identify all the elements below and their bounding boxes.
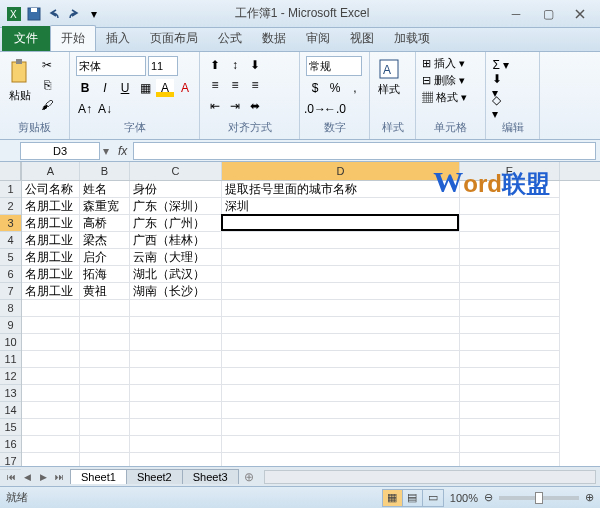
view-layout-icon[interactable]: ▤ [403,490,423,506]
cell[interactable]: 名朋工业 [22,249,80,266]
tab-formula[interactable]: 公式 [208,26,252,51]
cell[interactable] [460,436,560,453]
cell[interactable]: 名朋工业 [22,215,80,232]
cell[interactable] [80,368,130,385]
cell[interactable] [460,283,560,300]
row-header[interactable]: 2 [0,198,21,215]
view-pagebreak-icon[interactable]: ▭ [423,490,443,506]
cell[interactable] [222,436,460,453]
cut-icon[interactable]: ✂ [38,56,56,74]
cell[interactable] [80,385,130,402]
view-normal-icon[interactable]: ▦ [383,490,403,506]
cell[interactable] [80,419,130,436]
column-header[interactable]: E [460,162,560,180]
qat-dropdown-icon[interactable]: ▾ [86,6,102,22]
maximize-button[interactable]: ▢ [536,6,560,22]
font-name-select[interactable] [76,56,146,76]
clear-icon[interactable]: ◇ ▾ [492,98,510,116]
cell[interactable]: 提取括号里面的城市名称 [222,181,460,198]
save-icon[interactable] [26,6,42,22]
row-header[interactable]: 1 [0,181,21,198]
cell[interactable]: 高桥 [80,215,130,232]
tab-insert[interactable]: 插入 [96,26,140,51]
file-tab[interactable]: 文件 [2,26,50,51]
cell[interactable]: 湖北（武汉） [130,266,222,283]
sheet-nav-next-icon[interactable]: ▶ [36,470,50,484]
tab-review[interactable]: 审阅 [296,26,340,51]
cell[interactable]: 公司名称 [22,181,80,198]
cell[interactable] [222,385,460,402]
cell[interactable] [460,249,560,266]
undo-icon[interactable] [46,6,62,22]
cell[interactable]: 身份 [130,181,222,198]
new-sheet-icon[interactable]: ⊕ [238,470,260,484]
column-header[interactable]: C [130,162,222,180]
align-center-icon[interactable]: ≡ [226,76,244,94]
row-header[interactable]: 11 [0,351,21,368]
cell[interactable] [22,351,80,368]
cell[interactable]: 启介 [80,249,130,266]
cell[interactable] [80,453,130,466]
cell[interactable] [22,300,80,317]
cell[interactable] [22,368,80,385]
merge-icon[interactable]: ⬌ [246,97,264,115]
select-all-corner[interactable] [0,162,21,181]
column-header[interactable]: B [80,162,130,180]
tab-addin[interactable]: 加载项 [384,26,440,51]
percent-icon[interactable]: % [326,79,344,97]
cell[interactable] [130,317,222,334]
indent-dec-icon[interactable]: ⇤ [206,97,224,115]
align-top-icon[interactable]: ⬆ [206,56,224,74]
cell[interactable]: 森重宽 [80,198,130,215]
cell[interactable] [460,317,560,334]
cell[interactable]: 广东（广州） [130,215,222,232]
cell[interactable] [80,317,130,334]
tab-home[interactable]: 开始 [50,25,96,51]
cell[interactable] [460,215,560,232]
tab-layout[interactable]: 页面布局 [140,26,208,51]
cell[interactable] [130,351,222,368]
cell[interactable] [130,419,222,436]
align-bot-icon[interactable]: ⬇ [246,56,264,74]
cell[interactable]: 云南（大理） [130,249,222,266]
cell[interactable]: 名朋工业 [22,198,80,215]
comma-icon[interactable]: , [346,79,364,97]
cell[interactable] [460,334,560,351]
cell[interactable] [460,453,560,466]
underline-button[interactable]: U [116,79,134,97]
cell[interactable] [460,385,560,402]
cell[interactable] [222,283,460,300]
row-header[interactable]: 5 [0,249,21,266]
cell[interactable] [22,317,80,334]
align-mid-icon[interactable]: ↕ [226,56,244,74]
currency-icon[interactable]: $ [306,79,324,97]
cell[interactable]: 姓名 [80,181,130,198]
horizontal-scrollbar[interactable] [264,470,596,484]
cell[interactable] [222,351,460,368]
cell[interactable] [80,334,130,351]
font-color-button[interactable]: A [176,79,194,97]
cell[interactable]: 名朋工业 [22,232,80,249]
cell[interactable] [222,368,460,385]
cell[interactable] [80,300,130,317]
delete-cells-button[interactable]: ⊟ 删除 ▾ [422,73,465,88]
cell[interactable] [460,351,560,368]
cell[interactable] [222,215,460,232]
inc-decimal-icon[interactable]: .0→ [306,100,324,118]
cell[interactable] [460,198,560,215]
cell[interactable] [460,368,560,385]
cell[interactable] [222,334,460,351]
sheet-tab[interactable]: Sheet2 [126,469,183,484]
cell[interactable] [460,300,560,317]
fx-icon[interactable]: fx [118,144,127,158]
close-button[interactable] [568,6,592,22]
column-header[interactable]: A [22,162,80,180]
zoom-slider[interactable] [499,496,579,500]
row-header[interactable]: 16 [0,436,21,453]
styles-button[interactable]: A 样式 [376,56,402,99]
minimize-button[interactable]: ─ [504,6,528,22]
align-right-icon[interactable]: ≡ [246,76,264,94]
cell[interactable]: 深圳 [222,198,460,215]
dec-decimal-icon[interactable]: ←.0 [326,100,344,118]
cell[interactable] [222,419,460,436]
